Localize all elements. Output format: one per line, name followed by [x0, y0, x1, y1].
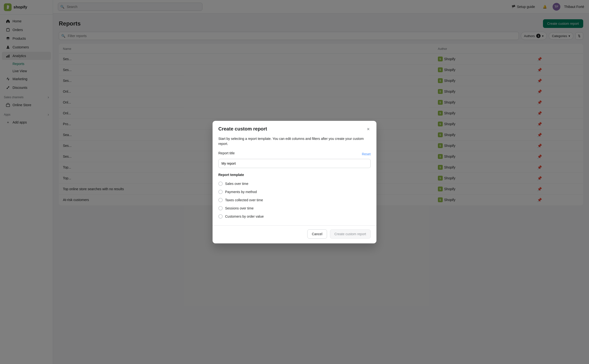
- template-label-sessions-over-time: Sessions over time: [225, 206, 254, 210]
- modal-close-button[interactable]: ×: [366, 126, 371, 132]
- template-option-customers-by-order-value[interactable]: Customers by order value: [218, 212, 371, 221]
- modal-description: Start by selecting a report template. Yo…: [218, 136, 371, 146]
- report-template-label: Report template: [218, 173, 371, 177]
- reset-button[interactable]: Reset: [362, 152, 371, 156]
- template-option-sessions-over-time[interactable]: Sessions over time: [218, 204, 371, 212]
- radio-circle-taxes-collected-over-time: [218, 198, 223, 202]
- report-title-label-row: Report title Reset: [218, 151, 371, 157]
- template-option-sales-over-time[interactable]: Sales over time: [218, 180, 371, 188]
- template-options: Sales over time Payments by method Taxes…: [218, 180, 371, 221]
- create-report-modal: Create custom report × Start by selectin…: [213, 121, 376, 243]
- template-option-taxes-collected-over-time[interactable]: Taxes collected over time: [218, 196, 371, 204]
- report-title-label: Report title: [218, 151, 235, 155]
- modal-body: Start by selecting a report template. Yo…: [213, 136, 376, 225]
- modal-header: Create custom report ×: [213, 121, 376, 136]
- radio-circle-customers-by-order-value: [218, 214, 223, 219]
- radio-circle-payments-by-method: [218, 190, 223, 194]
- modal-overlay[interactable]: Create custom report × Start by selectin…: [0, 0, 589, 364]
- template-label-taxes-collected-over-time: Taxes collected over time: [225, 198, 263, 202]
- template-option-payments-by-method[interactable]: Payments by method: [218, 188, 371, 196]
- create-button[interactable]: Create custom report: [330, 229, 371, 239]
- template-label-customers-by-order-value: Customers by order value: [225, 214, 264, 218]
- report-title-input[interactable]: [218, 159, 371, 168]
- cancel-button[interactable]: Cancel: [307, 229, 327, 239]
- radio-circle-sessions-over-time: [218, 206, 223, 210]
- radio-circle-sales-over-time: [218, 182, 223, 186]
- template-label-payments-by-method: Payments by method: [225, 190, 257, 194]
- modal-title: Create custom report: [218, 126, 267, 132]
- modal-footer: Cancel Create custom report: [213, 225, 376, 243]
- template-label-sales-over-time: Sales over time: [225, 182, 248, 186]
- app-layout: shopify Home Orders Products: [0, 0, 589, 364]
